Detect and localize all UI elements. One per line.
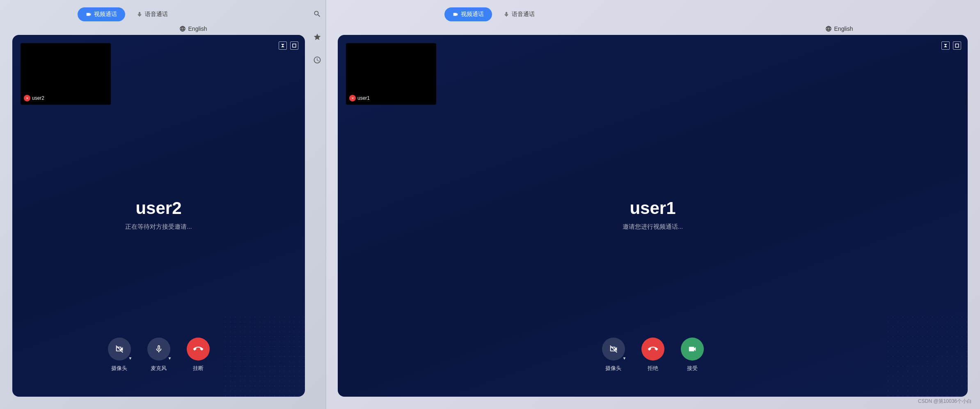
right-reject-button[interactable] (641, 338, 664, 361)
right-reject-control: 拒绝 (641, 338, 664, 372)
right-minimize-icon[interactable] (941, 41, 950, 50)
left-camera-control: ▼ 摄像头 (108, 338, 131, 372)
left-thumb-label: ✕ user2 (24, 95, 44, 101)
left-voice-call-button[interactable]: 语音通话 (130, 7, 174, 21)
right-language-button[interactable]: English (825, 25, 853, 32)
left-window-controls (279, 41, 298, 50)
left-mic-label: 麦克风 (151, 365, 167, 372)
left-expand-icon[interactable] (290, 41, 298, 50)
right-voice-call-label: 语音通话 (512, 11, 535, 18)
left-video-call-button[interactable]: 视频通话 (78, 7, 125, 21)
left-user-status: 正在等待对方接受邀请... (125, 223, 192, 230)
mic-arrow: ▼ (168, 356, 172, 361)
right-video-thumbnail: ✕ user1 (346, 43, 436, 105)
camera-arrow: ▼ (128, 356, 133, 361)
left-mic-button[interactable]: ▼ (147, 338, 170, 361)
left-user-name: user2 (125, 198, 192, 218)
right-camera-arrow: ▼ (623, 356, 627, 361)
left-panel: 视频通话 语音通话 English (0, 0, 325, 409)
right-lang-label: English (834, 25, 853, 32)
right-bg-pattern (886, 315, 968, 397)
left-camera-button[interactable]: ▼ (108, 338, 131, 361)
right-voice-call-button[interactable]: 语音通话 (497, 7, 541, 21)
right-expand-icon[interactable] (953, 41, 961, 50)
right-panel: 视频通话 语音通话 English ✕ user1 (325, 0, 980, 409)
left-language-button[interactable]: English (179, 25, 207, 32)
left-video-call-label: 视频通话 (94, 11, 117, 18)
left-top-bar: 视频通话 语音通话 English (0, 0, 309, 29)
search-icon[interactable] (311, 8, 323, 20)
left-lang-label: English (188, 25, 207, 32)
panel-divider (325, 0, 326, 409)
right-user-name: user1 (623, 198, 683, 218)
right-video-call-label: 视频通话 (461, 11, 484, 18)
left-mic-control: ▼ 麦克风 (147, 338, 170, 372)
right-window-controls (941, 41, 961, 50)
left-hangup-label: 挂断 (193, 365, 204, 372)
right-reject-label: 拒绝 (648, 365, 658, 372)
left-call-controls: ▼ 摄像头 ▼ 麦克风 (108, 338, 210, 372)
left-sidebar (309, 0, 325, 409)
left-hangup-button[interactable] (187, 338, 210, 361)
right-mic-off-icon: ✕ (349, 95, 356, 101)
right-call-controls: ▼ 摄像头 拒绝 接受 (602, 338, 704, 372)
right-accept-button[interactable] (681, 338, 704, 361)
right-top-bar: 视频通话 语音通话 English (325, 0, 980, 29)
star-icon[interactable] (311, 31, 323, 43)
right-accept-control: 接受 (681, 338, 704, 372)
right-camera-button[interactable]: ▼ (602, 338, 625, 361)
svg-rect-0 (293, 44, 296, 47)
bg-pattern (223, 315, 305, 397)
left-call-card: ✕ user2 user2 正在等待对方接受邀请... (12, 35, 305, 397)
left-mic-off-icon: ✕ (24, 95, 30, 101)
watermark: CSDN @第10036个小白 (918, 398, 972, 405)
right-user-status: 邀请您进行视频通话... (623, 223, 683, 230)
clock-icon[interactable] (311, 54, 323, 66)
right-thumb-label: ✕ user1 (349, 95, 370, 101)
left-voice-call-label: 语音通话 (145, 11, 168, 18)
right-user-info: user1 邀请您进行视频通话... (623, 198, 683, 230)
left-camera-label: 摄像头 (111, 365, 127, 372)
right-accept-label: 接受 (687, 365, 698, 372)
left-hangup-control: 挂断 (187, 338, 210, 372)
svg-rect-2 (955, 44, 959, 47)
left-minimize-icon[interactable] (279, 41, 287, 50)
right-video-call-button[interactable]: 视频通话 (444, 7, 492, 21)
left-video-thumbnail: ✕ user2 (21, 43, 111, 105)
left-user-info: user2 正在等待对方接受邀请... (125, 198, 192, 230)
right-camera-label: 摄像头 (605, 365, 621, 372)
right-camera-control: ▼ 摄像头 (602, 338, 625, 372)
right-call-card: ✕ user1 user1 邀请您进行视频通话... (338, 35, 968, 397)
